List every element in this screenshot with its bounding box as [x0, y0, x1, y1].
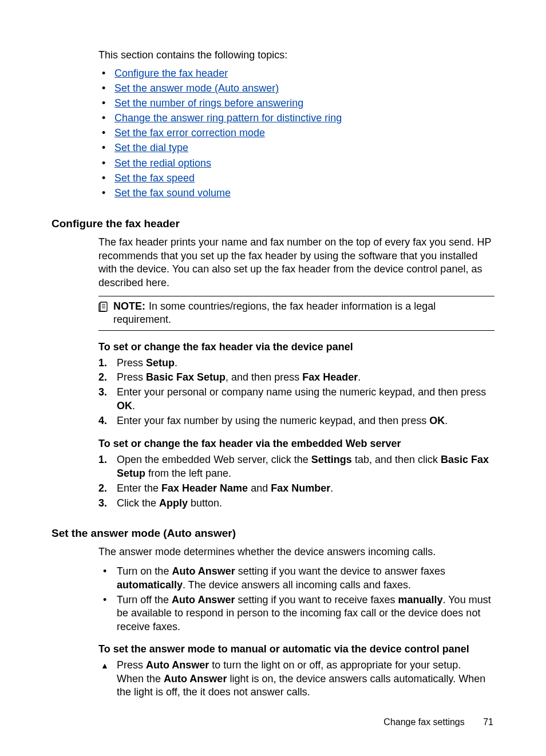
- heading-set-header-device-panel: To set or change the fax header via the …: [98, 341, 494, 353]
- step-3: Click the Apply button.: [98, 497, 494, 510]
- footer-text: Change fax settings: [383, 717, 464, 727]
- toc-link-configure-fax-header[interactable]: Configure the fax header: [114, 68, 228, 79]
- step-2: Press Basic Fax Setup, and then press Fa…: [98, 371, 494, 385]
- note-text: In some countries/regions, the fax heade…: [113, 300, 436, 325]
- toc-list: Configure the fax header Set the answer …: [98, 66, 494, 200]
- body-configure-fax-header: The fax header prints your name and fax …: [98, 236, 494, 290]
- step-1: Open the embedded Web server, click the …: [98, 453, 494, 481]
- note-label: NOTE:: [113, 300, 145, 312]
- toc-link-set-fax-sound-volume[interactable]: Set the fax sound volume: [114, 187, 231, 199]
- heading-configure-fax-header: Configure the fax header: [52, 217, 494, 230]
- step-3: Enter your personal or company name usin…: [98, 386, 494, 413]
- step-2: Enter the Fax Header Name and Fax Number…: [98, 482, 494, 496]
- intro-text: This section contains the following topi…: [98, 49, 494, 61]
- step-1: Press Setup.: [98, 357, 494, 370]
- bullets-answer-mode: Turn on the Auto Answer setting if you w…: [98, 565, 494, 634]
- steps-web-server: Open the embedded Web server, click the …: [98, 453, 494, 510]
- toc-link-set-fax-speed[interactable]: Set the fax speed: [114, 172, 195, 184]
- svg-rect-0: [100, 302, 107, 311]
- toc-link-set-rings-before-answering[interactable]: Set the number of rings before answering: [114, 97, 303, 109]
- bullet-auto-off: Turn off the Auto Answer setting if you …: [98, 593, 494, 634]
- toc-link-change-ring-pattern[interactable]: Change the answer ring pattern for disti…: [114, 112, 342, 124]
- step-4: Enter your fax number by using the numer…: [98, 414, 494, 428]
- bullet-auto-on: Turn on the Auto Answer setting if you w…: [98, 565, 494, 592]
- heading-set-answer-mode: Set the answer mode (Auto answer): [52, 527, 494, 540]
- triangle-step: Press Auto Answer to turn the light on o…: [98, 659, 494, 699]
- note-icon: [98, 301, 110, 316]
- triangle-list: Press Auto Answer to turn the light on o…: [98, 659, 494, 699]
- toc-link-set-redial-options[interactable]: Set the redial options: [114, 157, 211, 169]
- page-number: 71: [483, 717, 493, 727]
- body-set-answer-mode: The answer mode determines whether the d…: [98, 545, 494, 559]
- toc-link-set-answer-mode[interactable]: Set the answer mode (Auto answer): [114, 82, 279, 94]
- note-box: NOTE:In some countries/regions, the fax …: [98, 296, 494, 331]
- footer: Change fax settings 71: [383, 717, 493, 727]
- toc-link-set-error-correction[interactable]: Set the fax error correction mode: [114, 127, 265, 138]
- heading-set-header-web-server: To set or change the fax header via the …: [98, 438, 494, 450]
- toc-link-set-dial-type[interactable]: Set the dial type: [114, 142, 188, 153]
- heading-set-answer-mode-panel: To set the answer mode to manual or auto…: [98, 643, 494, 655]
- steps-device-panel: Press Setup. Press Basic Fax Setup, and …: [98, 357, 494, 428]
